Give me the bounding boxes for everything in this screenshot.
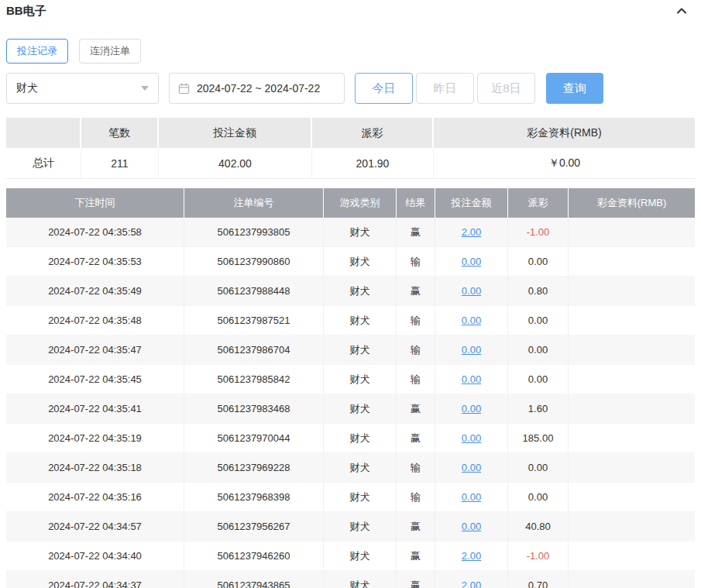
bet-amount-link[interactable]: 0.00: [462, 432, 481, 444]
summary-total-row: 总计 211 402.00 201.90 ￥0.00: [6, 148, 695, 179]
cell-game: 财犬: [324, 394, 397, 424]
bet-amount-link[interactable]: 2.00: [462, 550, 481, 562]
cell-jackpot: [569, 218, 695, 247]
cell-amount: 2.00: [435, 218, 508, 247]
cell-time: 2024-07-22 04:35:53: [6, 247, 184, 277]
bet-records-table: 下注时间 注单编号 游戏类别 结果 投注金额 派彩 彩金资料(RMB) 2024…: [6, 188, 695, 588]
table-row: 2024-07-22 04:35:415061237983468财犬赢0.001…: [6, 394, 695, 424]
cell-payout: 0.00: [508, 335, 569, 365]
cell-jackpot: [569, 365, 695, 394]
cell-amount: 0.00: [435, 335, 508, 365]
cell-amount: 0.00: [435, 365, 508, 394]
cell-payout: 185.00: [508, 424, 569, 453]
today-button[interactable]: 今日: [355, 73, 413, 104]
cell-time: 2024-07-22 04:35:48: [6, 306, 184, 335]
cell-id: 5061237986704: [184, 335, 324, 365]
cell-id: 5061237993805: [184, 218, 324, 247]
cell-time: 2024-07-22 04:34:40: [6, 542, 184, 571]
bet-amount-link[interactable]: 0.00: [462, 373, 481, 385]
bet-amount-link[interactable]: 0.00: [462, 315, 481, 326]
cell-time: 2024-07-22 04:35:45: [6, 365, 184, 394]
column-header-jackpot: 彩金资料(RMB): [569, 188, 695, 218]
cell-jackpot: [569, 571, 695, 588]
table-row: 2024-07-22 04:35:535061237990860财犬输0.000…: [6, 247, 695, 277]
table-row: 2024-07-22 04:34:375061237943865财犬赢2.000…: [6, 571, 695, 588]
cell-jackpot: [569, 277, 695, 306]
table-row: 2024-07-22 04:35:495061237988448财犬赢0.000…: [6, 277, 695, 306]
cell-game: 财犬: [324, 365, 397, 394]
cell-jackpot: [569, 306, 695, 335]
cell-amount: 0.00: [435, 247, 508, 277]
page-title: BB电子: [6, 4, 46, 19]
cell-jackpot: [569, 483, 695, 512]
yesterday-button[interactable]: 昨日: [416, 73, 474, 104]
cell-amount: 0.00: [435, 424, 508, 453]
cell-result: 输: [397, 247, 435, 277]
bet-amount-link[interactable]: 0.00: [462, 491, 481, 503]
game-select-value: 财犬: [16, 81, 38, 95]
query-button[interactable]: 查询: [546, 73, 603, 104]
cell-result: 赢: [397, 218, 435, 247]
game-select[interactable]: 财犬: [6, 73, 159, 104]
cell-jackpot: [569, 424, 695, 453]
cell-game: 财犬: [324, 571, 397, 588]
cell-id: 5061237990860: [184, 247, 324, 277]
summary-header-count: 笔数: [81, 118, 159, 148]
cell-amount: 0.00: [435, 512, 508, 542]
table-row: 2024-07-22 04:35:185061237969228财犬输0.000…: [6, 453, 695, 483]
collapse-chevron-up-icon[interactable]: [675, 4, 689, 18]
cell-time: 2024-07-22 04:35:19: [6, 424, 184, 453]
bet-amount-link[interactable]: 0.00: [462, 462, 481, 473]
tab-bet-records[interactable]: 投注记录: [6, 39, 68, 64]
last-8-days-button[interactable]: 近8日: [477, 73, 535, 104]
cell-amount: 0.00: [435, 483, 508, 512]
cell-game: 财犬: [324, 424, 397, 453]
cell-result: 输: [397, 335, 435, 365]
summary-header-empty: [6, 118, 81, 148]
cell-jackpot: [569, 542, 695, 571]
table-row: 2024-07-22 04:35:165061237968398财犬输0.000…: [6, 483, 695, 512]
summary-header-jackpot: 彩金资料(RMB): [434, 118, 695, 148]
table-row: 2024-07-22 04:35:455061237985842财犬输0.000…: [6, 365, 695, 394]
cell-amount: 2.00: [435, 571, 508, 588]
bet-amount-link[interactable]: 0.00: [462, 256, 481, 267]
date-range-picker[interactable]: 2024-07-22 ~ 2024-07-22: [169, 73, 345, 104]
bet-amount-link[interactable]: 2.00: [462, 226, 481, 238]
cell-id: 5061237985842: [184, 365, 324, 394]
table-row: 2024-07-22 04:35:195061237970044财犬赢0.001…: [6, 424, 695, 453]
bet-amount-link[interactable]: 0.00: [462, 344, 481, 356]
summary-total-label: 总计: [6, 148, 81, 179]
cell-amount: 0.00: [435, 394, 508, 424]
cell-id: 5061237968398: [184, 483, 324, 512]
bet-table-body: 2024-07-22 04:35:585061237993805财犬赢2.00-…: [6, 218, 695, 588]
tab-canceled-orders[interactable]: 连消注单: [79, 39, 141, 64]
cell-game: 财犬: [324, 512, 397, 542]
cell-game: 财犬: [324, 277, 397, 306]
chevron-down-icon: [141, 86, 149, 91]
panel-header: BB电子: [6, 3, 695, 19]
bet-amount-link[interactable]: 2.00: [462, 579, 481, 588]
cell-result: 赢: [397, 512, 435, 542]
column-header-result: 结果: [397, 188, 435, 218]
summary-header-row: 笔数 投注金额 派彩 彩金资料(RMB): [6, 118, 695, 148]
cell-result: 输: [397, 453, 435, 483]
cell-id: 5061237969228: [184, 453, 324, 483]
bet-amount-link[interactable]: 0.00: [462, 285, 481, 297]
cell-payout: -1.00: [508, 542, 569, 571]
cell-payout: -1.00: [508, 218, 569, 247]
cell-payout: 40.80: [508, 512, 569, 542]
cell-time: 2024-07-22 04:35:41: [6, 394, 184, 424]
summary-total-jackpot: ￥0.00: [434, 148, 695, 179]
cell-result: 赢: [397, 542, 435, 571]
cell-time: 2024-07-22 04:35:49: [6, 277, 184, 306]
cell-jackpot: [569, 335, 695, 365]
cell-jackpot: [569, 512, 695, 542]
calendar-icon: [178, 83, 190, 95]
bet-amount-link[interactable]: 0.00: [462, 403, 481, 414]
bet-table-header-row: 下注时间 注单编号 游戏类别 结果 投注金额 派彩 彩金资料(RMB): [6, 188, 695, 218]
cell-jackpot: [569, 394, 695, 424]
summary-total-bet-amount: 402.00: [159, 148, 312, 179]
bet-amount-link[interactable]: 0.00: [462, 521, 481, 532]
table-row: 2024-07-22 04:35:585061237993805财犬赢2.00-…: [6, 218, 695, 247]
column-header-bet-amount: 投注金额: [435, 188, 508, 218]
